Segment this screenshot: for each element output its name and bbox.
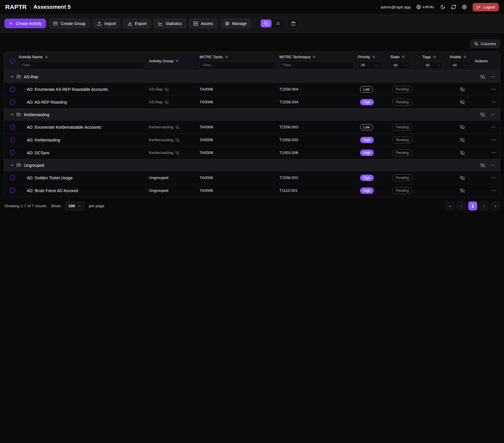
row-actions-menu[interactable]: [490, 136, 497, 144]
priority-badge: High: [360, 187, 374, 194]
row-actions-menu[interactable]: [490, 123, 497, 131]
chevron-down-icon[interactable]: [10, 112, 14, 117]
tags-filter-select[interactable]: All: [422, 61, 443, 69]
tags-filter-value: All: [425, 63, 429, 67]
select-all-checkbox[interactable]: [10, 58, 15, 64]
group-visibility-toggle[interactable]: [479, 73, 487, 81]
delete-button[interactable]: [287, 19, 299, 28]
row-checkbox[interactable]: [10, 175, 15, 180]
logout-icon: [476, 5, 481, 9]
import-button[interactable]: Import: [93, 19, 120, 28]
row-checkbox[interactable]: [10, 137, 15, 143]
last-page-button[interactable]: »: [491, 201, 500, 210]
visibility-toggle[interactable]: [459, 136, 466, 144]
trash-icon: [291, 21, 296, 26]
row-checkbox[interactable]: [10, 124, 15, 130]
checkbox-cell: [4, 83, 19, 95]
columns-button[interactable]: Columns: [470, 40, 500, 48]
sort-icon[interactable]: [175, 59, 179, 63]
row-checkbox[interactable]: [10, 99, 15, 105]
group-visibility-toggle[interactable]: [479, 162, 487, 169]
assets-button[interactable]: Assets: [189, 19, 217, 28]
visibility-toggle[interactable]: [459, 86, 466, 93]
priority-header[interactable]: Priority: [358, 55, 370, 59]
chevron-down-icon[interactable]: [10, 163, 14, 167]
column-visible: Visible All: [450, 52, 475, 70]
manage-button[interactable]: Manage: [221, 19, 251, 28]
logout-button[interactable]: Logout: [473, 3, 499, 11]
activity-row[interactable]: AD: Enumerate AS-REP Roastable Accounts …: [4, 83, 500, 95]
sort-icon[interactable]: [433, 55, 436, 59]
first-page-button[interactable]: «: [445, 201, 454, 210]
priority-badge: High: [360, 175, 374, 181]
row-actions-menu[interactable]: [490, 98, 497, 106]
activity-row[interactable]: AD: Enumerate Kerberoastable Accounts Ke…: [4, 121, 500, 133]
sort-icon[interactable]: [45, 55, 48, 59]
visibility-toggle[interactable]: [459, 98, 466, 106]
activity-row[interactable]: AD: AS-REP Roasting AS-Rep TA0006 T1558.…: [4, 95, 500, 108]
sort-icon[interactable]: [463, 55, 466, 59]
activity-row[interactable]: AD: Golden Ticket Usage Ungrouped TA0006…: [4, 171, 500, 184]
visible-filter-select[interactable]: All: [450, 61, 469, 69]
mitre-tactic-filter-input[interactable]: [200, 61, 276, 69]
sort-icon[interactable]: [313, 55, 316, 59]
row-checkbox[interactable]: [10, 86, 15, 92]
mitre-tactic-header[interactable]: MITRE Tactic: [200, 55, 223, 59]
visibility-toggle[interactable]: [459, 149, 466, 157]
page-size-select[interactable]: 100: [65, 201, 84, 210]
activity-row[interactable]: AD: Brute Force AD Account Ungrouped TA0…: [4, 184, 500, 197]
brand-link[interactable]: RAPTR: [5, 3, 27, 10]
row-checkbox[interactable]: [10, 150, 15, 155]
create-activity-button[interactable]: Create Activity: [4, 19, 46, 28]
row-checkbox[interactable]: [10, 188, 15, 193]
tags-cell: [422, 83, 450, 95]
visibility-toggle[interactable]: [459, 187, 466, 194]
prev-page-button[interactable]: ‹: [457, 201, 466, 210]
settings-button[interactable]: [462, 4, 467, 10]
page-1-button[interactable]: 1: [468, 201, 477, 210]
table-body: AS-Rep AD: Enumerate AS-REP Roastable Ac…: [4, 70, 500, 197]
row-actions-menu[interactable]: [490, 174, 497, 182]
visible-header[interactable]: Visible: [450, 55, 461, 59]
row-actions-menu[interactable]: [490, 86, 497, 93]
state-header[interactable]: State: [390, 55, 400, 59]
sort-icon[interactable]: [402, 55, 405, 59]
group-row[interactable]: AS-Rep: [4, 70, 500, 83]
row-actions-menu[interactable]: [490, 149, 497, 157]
group-row[interactable]: Kerberoasting: [4, 108, 500, 121]
activity-group-header[interactable]: Activity Group: [149, 59, 173, 63]
grouped-view-button[interactable]: [261, 20, 272, 27]
refresh-button[interactable]: [451, 4, 456, 10]
group-actions-menu[interactable]: [489, 111, 496, 118]
state-filter-select[interactable]: All: [390, 61, 411, 69]
visibility-toggle[interactable]: [459, 123, 466, 131]
activity-name-header[interactable]: Activity Name: [19, 55, 43, 59]
group-actions-menu[interactable]: [489, 162, 496, 169]
row-actions-menu[interactable]: [490, 187, 497, 194]
sort-icon[interactable]: [225, 55, 228, 59]
theme-toggle-button[interactable]: [440, 4, 445, 10]
create-group-button[interactable]: Create Group: [49, 19, 90, 28]
export-button[interactable]: Export: [123, 19, 151, 28]
chevron-down-icon[interactable]: [10, 75, 14, 79]
group-visibility-toggle[interactable]: [479, 111, 487, 118]
statistics-button[interactable]: Statistics: [154, 19, 186, 28]
eye-off-icon: [480, 75, 485, 79]
app-header: RAPTR › Assessment 5 admin@raptr.app LOC…: [0, 0, 504, 14]
priority-filter-select[interactable]: All: [358, 61, 381, 69]
group-row[interactable]: Ungrouped: [4, 159, 500, 171]
list-view-button[interactable]: [272, 20, 283, 27]
create-activity-label: Create Activity: [16, 21, 42, 26]
activity-row[interactable]: AD: DCSync Kerberoasting TA0006 T1003.00…: [4, 146, 500, 159]
next-page-button[interactable]: ›: [480, 201, 489, 210]
state-badge: Pending: [392, 124, 413, 131]
chevron-down-icon: [437, 63, 440, 67]
mitre-technique-filter-input[interactable]: [279, 61, 354, 69]
tags-header[interactable]: Tags: [422, 55, 431, 59]
group-actions-menu[interactable]: [489, 73, 496, 81]
activity-row[interactable]: AD: Kerberoasting Kerberoasting TA0006 T…: [4, 133, 500, 146]
sort-icon[interactable]: [372, 55, 375, 59]
visibility-toggle[interactable]: [459, 174, 466, 182]
activity-name-filter-input[interactable]: [19, 61, 145, 69]
mitre-technique-header[interactable]: MITRE Technique: [279, 55, 311, 59]
